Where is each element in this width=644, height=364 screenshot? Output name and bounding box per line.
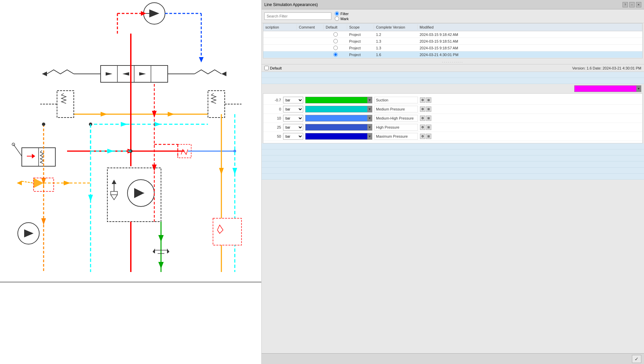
td-version: 1.2: [374, 32, 418, 38]
pressure-color-bar-end[interactable]: [367, 106, 372, 112]
td-comment: [297, 34, 324, 36]
bottom-stripe-1: [262, 143, 644, 149]
col-description: scription: [263, 25, 297, 30]
col-modified: Modified: [418, 25, 642, 30]
pressure-color-bar: [306, 97, 372, 103]
td-description: [263, 47, 297, 49]
td-modified: 2024-03-15 9:18:42 AM: [418, 32, 642, 38]
table-row[interactable]: Project 1.2 2024-03-15 9:18:42 AM: [263, 31, 642, 38]
pressure-unit-select[interactable]: bar psi MPa: [283, 115, 303, 122]
svg-rect-75: [213, 218, 241, 245]
svg-marker-91: [369, 108, 371, 110]
pressure-body: -0.7 bar psi MPa Suction ⚙ ⊞ 0 bar psi M…: [263, 96, 642, 141]
td-default[interactable]: [324, 38, 347, 44]
pressure-expand-btn[interactable]: ⊞: [426, 106, 431, 112]
td-scope: Project: [347, 52, 374, 58]
td-default[interactable]: [324, 45, 347, 51]
close-button[interactable]: ✕: [636, 2, 641, 7]
version-info: Version: 1.6 Date: 2024-03-21 4:30:01 PM: [572, 66, 641, 70]
mark-radio[interactable]: [335, 16, 339, 21]
td-description: [263, 34, 297, 36]
filter-radio-group: Filter Mark: [335, 11, 348, 21]
bottom-bar: ✓: [262, 353, 644, 364]
td-default[interactable]: [324, 51, 347, 58]
pressure-action-btns: ⚙ ⊞: [420, 106, 431, 112]
pressure-unit-select[interactable]: bar psi MPa: [283, 106, 303, 112]
pressure-value: 0: [266, 107, 281, 111]
magenta-color-bar: [575, 86, 641, 92]
pressure-color-bar: [306, 106, 372, 112]
pressure-unit-select[interactable]: bar psi MPa: [283, 133, 303, 140]
td-modified: 2024-03-15 9:18:51 AM: [418, 38, 642, 44]
pressure-expand-btn[interactable]: ⊞: [426, 116, 431, 121]
pressure-expand-btn[interactable]: ⊞: [426, 97, 431, 103]
mark-radio-item[interactable]: Mark: [335, 16, 348, 21]
pressure-settings-btn[interactable]: ⚙: [420, 116, 425, 121]
table-body: Project 1.2 2024-03-15 9:18:42 AM Projec…: [263, 31, 642, 58]
pressure-expand-btn[interactable]: ⊞: [426, 134, 431, 139]
pressure-label: Suction: [374, 97, 418, 103]
bottom-stripe-2: [262, 149, 644, 155]
pressure-expand-btn[interactable]: ⊞: [426, 125, 431, 130]
col-comment: Comment: [297, 25, 324, 30]
pressure-label: Medium Pressure: [374, 106, 418, 112]
filter-radio[interactable]: [335, 11, 339, 16]
table-row[interactable]: Project 1.3 2024-03-15 9:18:57 AM: [263, 45, 642, 51]
title-bar-buttons: ? – ✕: [623, 2, 641, 7]
pressure-color-bar: [306, 133, 372, 139]
magenta-bar-end[interactable]: [636, 86, 641, 92]
minimize-button[interactable]: –: [629, 2, 635, 7]
table-row[interactable]: Project 1.6 2024-03-21 4:30:01 PM: [263, 51, 642, 58]
default-checkbox-row: Default: [264, 66, 282, 70]
pressure-row: -0.7 bar psi MPa Suction ⚙ ⊞: [263, 96, 642, 105]
pressure-settings-btn[interactable]: ⚙: [420, 134, 425, 139]
td-description: [263, 40, 297, 42]
pressure-unit-select[interactable]: bar psi MPa: [283, 97, 303, 103]
td-default[interactable]: [324, 31, 347, 38]
pressure-label: Maximum Pressure: [374, 133, 418, 140]
dotted-separator: ...........: [262, 58, 644, 64]
pressure-action-btns: ⚙ ⊞: [420, 97, 431, 103]
svg-marker-94: [369, 136, 371, 137]
pressure-color-bar-end[interactable]: [367, 97, 372, 103]
filter-label: Filter: [340, 12, 348, 16]
pressure-row: 25 bar psi MPa High Pressure ⚙ ⊞: [263, 123, 642, 132]
td-modified: 2024-03-15 9:18:57 AM: [418, 45, 642, 51]
pressure-color-bar: [306, 124, 372, 130]
pressure-settings-btn[interactable]: ⚙: [420, 106, 425, 112]
pressure-color-bar-end[interactable]: [367, 115, 372, 121]
td-scope: Project: [347, 45, 374, 51]
stripe-row-2: [262, 78, 644, 84]
td-modified: 2024-03-21 4:30:01 PM: [418, 52, 642, 58]
col-default: Default: [324, 25, 347, 30]
pressure-value: -0.7: [266, 98, 281, 102]
svg-point-77: [42, 123, 45, 126]
search-row: Filter Mark: [262, 9, 644, 23]
bottom-info-row: Default Version: 1.6 Date: 2024-03-21 4:…: [262, 64, 644, 72]
pressure-action-btns: ⚙ ⊞: [420, 134, 431, 139]
pressure-color-bar-end[interactable]: [367, 124, 372, 130]
td-comment: [297, 47, 324, 49]
checkmark-button[interactable]: ✓: [632, 355, 641, 363]
default-label: Default: [270, 66, 282, 70]
pressure-unit-select[interactable]: bar psi MPa: [283, 124, 303, 131]
default-checkbox[interactable]: [264, 66, 269, 70]
svg-rect-28: [57, 91, 74, 118]
svg-marker-90: [369, 99, 371, 101]
mark-label: Mark: [340, 17, 348, 21]
pressure-settings-btn[interactable]: ⚙: [420, 125, 425, 130]
pressure-label: High Pressure: [374, 124, 418, 131]
pressure-settings-btn[interactable]: ⚙: [420, 97, 425, 103]
bottom-stripe-5: [262, 168, 644, 174]
filter-radio-item[interactable]: Filter: [335, 11, 348, 16]
svg-marker-89: [638, 88, 640, 90]
diagram-svg: [0, 0, 262, 364]
pressure-color-bar-end[interactable]: [367, 133, 372, 139]
help-button[interactable]: ?: [623, 2, 628, 7]
table-header: scription Comment Default Scope Complete…: [263, 24, 642, 31]
panel-content: Filter Mark scription Comment Default Sc…: [262, 9, 644, 364]
table-row[interactable]: Project 1.3 2024-03-15 9:18:51 AM: [263, 38, 642, 45]
bottom-stripe-6: [262, 174, 644, 180]
search-input[interactable]: [264, 12, 331, 20]
title-text: Line Simulation Appearances): [264, 2, 318, 7]
